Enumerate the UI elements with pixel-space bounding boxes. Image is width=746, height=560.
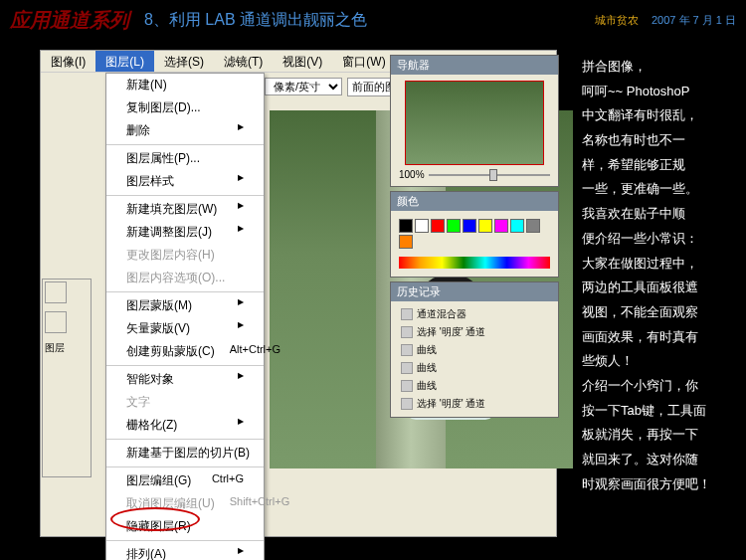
history-title: 历史记录 (397, 284, 441, 299)
menu-item-label: 隐藏图层(R) (126, 518, 191, 535)
color-swatch[interactable] (526, 219, 540, 233)
history-item[interactable]: 选择 '明度' 通道 (395, 323, 554, 341)
series-title: 应用通道系列 (10, 7, 129, 34)
menubar-item[interactable]: 视图(V) (273, 51, 332, 72)
menu-item-label: 图层样式 (126, 173, 174, 190)
history-item[interactable]: 曲线 (395, 377, 554, 395)
menu-item[interactable]: 新建填充图层(W)▶ (106, 198, 264, 221)
submenu-arrow-icon: ▶ (238, 320, 244, 337)
menu-separator (106, 467, 264, 467)
menubar-item[interactable]: 滤镜(T) (214, 51, 273, 72)
menu-item-label: 复制图层(D)... (126, 99, 201, 116)
menubar-item[interactable]: 选择(S) (154, 51, 214, 72)
menu-item[interactable]: 新建(N) (106, 74, 264, 96)
menu-item-label: 排列(A) (126, 546, 166, 560)
menu-item[interactable]: 矢量蒙版(V)▶ (106, 317, 264, 340)
history-item[interactable]: 选择 '明度' 通道 (395, 395, 554, 413)
menu-item: 图层内容选项(O)... (106, 267, 264, 289)
submenu-arrow-icon: ▶ (238, 546, 244, 560)
tutorial-text: 拼合图像，呵呵~~ PhotoshoP中文翻译有时很乱，名称也有时也不一样，希望… (582, 55, 741, 496)
tool-button[interactable] (45, 281, 67, 303)
submenu-arrow-icon: ▶ (238, 122, 244, 139)
color-swatch[interactable] (399, 235, 413, 249)
menu-item-label: 取消图层编组(U) (126, 495, 215, 512)
history-label: 选择 '明度' 通道 (417, 325, 485, 339)
menu-item[interactable]: 创建剪贴蒙版(C)Alt+Ctrl+G (106, 340, 264, 363)
menu-item[interactable]: 新建调整图层(J)▶ (106, 221, 264, 244)
history-step-icon (401, 380, 413, 392)
zoom-slider-row: 100% (395, 167, 554, 182)
submenu-arrow-icon: ▶ (238, 173, 244, 190)
menu-shortcut: Alt+Ctrl+G (230, 343, 280, 360)
menu-item-label: 新建调整图层(J) (126, 224, 212, 241)
menu-item-label: 更改图层内容(H) (126, 247, 215, 264)
history-label: 选择 '明度' 通道 (417, 397, 485, 411)
menu-item[interactable]: 栅格化(Z)▶ (106, 414, 264, 437)
color-header[interactable]: 颜色 (391, 192, 558, 211)
submenu-arrow-icon: ▶ (238, 371, 244, 388)
history-panel: 历史记录 通道混合器选择 '明度' 通道曲线曲线曲线选择 '明度' 通道 (390, 281, 559, 418)
layers-palette-fragment: 图层 (42, 279, 92, 477)
menu-item[interactable]: 删除▶ (106, 119, 264, 142)
history-header[interactable]: 历史记录 (391, 282, 558, 301)
zoom-thumb[interactable] (489, 169, 497, 181)
menu-item-label: 图层内容选项(O)... (126, 270, 225, 286)
tool-button[interactable] (45, 311, 67, 333)
menu-item[interactable]: 图层属性(P)... (106, 147, 264, 170)
color-swatch[interactable] (463, 219, 476, 233)
menu-item[interactable]: 图层样式▶ (106, 170, 264, 193)
menu-item[interactable]: 复制图层(D)... (106, 96, 264, 119)
menu-shortcut: Shift+Ctrl+G (230, 495, 290, 512)
color-swatches (395, 215, 554, 253)
author-name: 城市贫农 (595, 14, 639, 26)
menu-item-label: 图层蒙版(M) (126, 297, 192, 314)
submenu-arrow-icon: ▶ (238, 224, 244, 241)
menu-shortcut: Ctrl+G (212, 472, 244, 489)
menu-separator (106, 439, 264, 440)
history-step-icon (401, 362, 413, 374)
history-step-icon (401, 308, 413, 320)
zoom-value: 100% (399, 169, 425, 180)
menu-item-label: 删除 (126, 122, 150, 139)
color-swatch[interactable] (431, 219, 445, 233)
publish-date: 2007 年 7 月 1 日 (652, 14, 736, 26)
menu-separator (106, 144, 264, 145)
menubar-item[interactable]: 图像(I) (41, 51, 95, 72)
menu-item-label: 新建基于图层的切片(B) (126, 445, 250, 462)
unit-select[interactable]: 像素/英寸 (265, 78, 342, 95)
history-item[interactable]: 通道混合器 (395, 305, 554, 323)
history-item[interactable]: 曲线 (395, 341, 554, 359)
menu-item[interactable]: 排列(A)▶ (106, 543, 264, 560)
menu-item[interactable]: 隐藏图层(R) (106, 515, 264, 538)
color-swatch[interactable] (415, 219, 429, 233)
menubar-item[interactable]: 图层(L) (95, 51, 154, 72)
history-step-icon (401, 398, 413, 410)
header-meta: 城市贫农 2007 年 7 月 1 日 (595, 13, 736, 28)
history-step-icon (401, 326, 413, 338)
menu-item[interactable]: 智能对象▶ (106, 368, 264, 391)
menu-item-label: 图层编组(G) (126, 472, 191, 489)
navigator-thumbnail[interactable] (405, 81, 544, 165)
navigator-header[interactable]: 导航器 (391, 56, 558, 75)
history-label: 曲线 (417, 343, 437, 357)
layer-menu-dropdown: 新建(N)复制图层(D)...删除▶图层属性(P)...图层样式▶新建填充图层(… (105, 73, 265, 560)
menu-item-label: 新建(N) (126, 77, 167, 93)
menu-item[interactable]: 图层编组(G)Ctrl+G (106, 469, 264, 492)
color-swatch[interactable] (478, 219, 492, 233)
menu-item-label: 新建填充图层(W) (126, 201, 217, 218)
submenu-arrow-icon: ▶ (238, 297, 244, 314)
color-swatch[interactable] (510, 219, 524, 233)
history-item[interactable]: 曲线 (395, 359, 554, 377)
color-swatch[interactable] (447, 219, 461, 233)
menu-item-label: 智能对象 (126, 371, 174, 388)
hue-gradient[interactable] (399, 257, 550, 269)
menu-item[interactable]: 图层蒙版(M)▶ (106, 294, 264, 317)
menubar-item[interactable]: 窗口(W) (332, 51, 395, 72)
menu-separator (106, 195, 264, 196)
menu-item[interactable]: 新建基于图层的切片(B) (106, 442, 264, 465)
color-swatch[interactable] (494, 219, 508, 233)
zoom-slider[interactable] (429, 174, 550, 176)
color-swatch[interactable] (399, 219, 413, 233)
history-body: 通道混合器选择 '明度' 通道曲线曲线曲线选择 '明度' 通道 (391, 301, 558, 417)
history-label: 曲线 (417, 361, 437, 375)
